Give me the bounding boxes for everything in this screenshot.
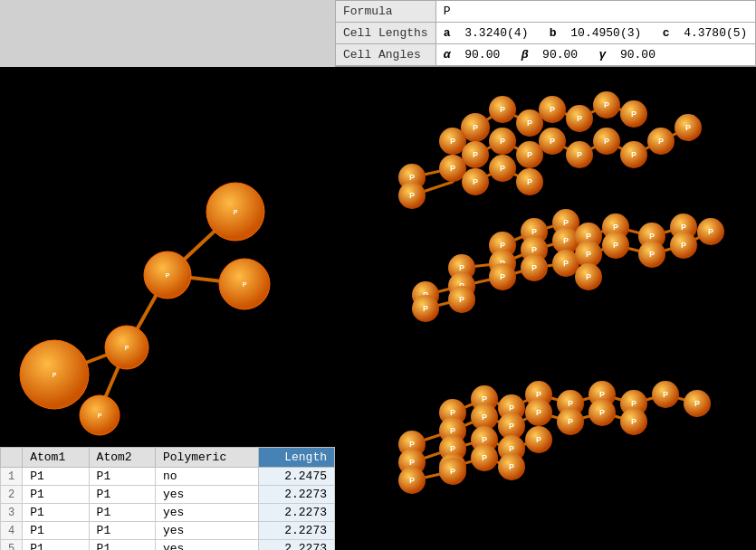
svg-text:P: P xyxy=(409,191,415,200)
svg-text:P: P xyxy=(604,137,609,146)
col-polymeric-header: Polymeric xyxy=(156,448,259,468)
svg-text:P: P xyxy=(409,458,415,467)
polymeric-cell: no xyxy=(156,468,259,486)
crystal-info-table: Formula P Cell Lengths a 3.3240(4) b 10.… xyxy=(335,0,756,66)
svg-text:P: P xyxy=(568,417,573,426)
atom2-cell: P1 xyxy=(89,522,155,540)
svg-text:P: P xyxy=(473,123,478,132)
svg-text:P: P xyxy=(531,245,537,254)
atom1-cell: P1 xyxy=(23,486,89,504)
svg-text:P: P xyxy=(527,177,532,186)
svg-text:P: P xyxy=(604,100,609,109)
svg-text:P: P xyxy=(500,137,505,146)
svg-text:P: P xyxy=(500,272,505,281)
svg-text:P: P xyxy=(509,462,514,471)
svg-text:P: P xyxy=(563,218,569,227)
svg-text:P: P xyxy=(423,304,428,313)
svg-text:P: P xyxy=(482,435,487,444)
svg-text:P: P xyxy=(234,209,238,215)
svg-text:P: P xyxy=(536,435,541,444)
svg-text:P: P xyxy=(631,109,636,119)
row-number: 3 xyxy=(1,504,23,522)
atom2-cell: P1 xyxy=(89,504,155,522)
length-cell: 2.2273 xyxy=(259,504,335,522)
svg-text:P: P xyxy=(450,444,455,453)
large-molecule-viewer[interactable]: P P P P P P P P P P P P P P P P P P P P … xyxy=(335,67,756,550)
row-number: 2 xyxy=(1,486,23,504)
svg-text:P: P xyxy=(531,227,537,236)
svg-text:P: P xyxy=(409,440,415,449)
svg-text:P: P xyxy=(577,114,582,123)
atom1-cell: P1 xyxy=(23,504,89,522)
polymeric-cell: yes xyxy=(156,504,259,522)
svg-text:P: P xyxy=(631,417,636,426)
svg-text:P: P xyxy=(125,345,129,351)
length-cell: 2.2273 xyxy=(259,522,335,540)
svg-text:P: P xyxy=(473,177,478,186)
svg-text:P: P xyxy=(527,150,532,159)
svg-text:P: P xyxy=(409,476,415,485)
svg-text:P: P xyxy=(586,250,591,259)
table-row: 4 P1 P1 yes 2.2273 xyxy=(1,522,335,540)
length-cell: 2.2273 xyxy=(259,486,335,504)
bond-table: Atom1 Atom2 Polymeric Length 1 P1 P1 no … xyxy=(0,447,335,550)
length-cell: 2.2475 xyxy=(259,468,335,486)
svg-text:P: P xyxy=(631,150,636,159)
atom2-cell: P1 xyxy=(89,486,155,504)
row-number: 1 xyxy=(1,468,23,486)
svg-text:P: P xyxy=(685,123,691,132)
small-molecule-viewer[interactable]: P P P P P P xyxy=(0,67,335,447)
svg-text:P: P xyxy=(450,408,455,417)
row-number: 5 xyxy=(1,540,23,551)
polymeric-cell: yes xyxy=(156,486,259,504)
svg-text:P: P xyxy=(599,408,605,417)
svg-text:P: P xyxy=(613,241,618,250)
svg-text:P: P xyxy=(500,241,505,250)
table-row: 3 P1 P1 yes 2.2273 xyxy=(1,504,335,522)
svg-text:P: P xyxy=(563,259,569,268)
svg-text:P: P xyxy=(649,232,655,241)
col-atom1-header: Atom1 xyxy=(23,448,89,468)
atom1-cell: P1 xyxy=(23,468,89,486)
svg-text:P: P xyxy=(536,408,541,417)
svg-text:P: P xyxy=(663,390,668,399)
svg-text:P: P xyxy=(550,137,555,146)
length-cell: 2.2273 xyxy=(259,540,335,551)
svg-text:P: P xyxy=(708,227,713,236)
svg-text:P: P xyxy=(53,372,57,378)
formula-value: P xyxy=(435,1,755,23)
cell-angles-value: α 90.00 β 90.00 γ 90.00 xyxy=(435,44,755,66)
svg-text:P: P xyxy=(550,105,555,114)
svg-text:P: P xyxy=(500,164,505,173)
svg-text:P: P xyxy=(450,164,455,173)
svg-text:P: P xyxy=(166,272,170,279)
svg-text:P: P xyxy=(631,399,636,408)
svg-text:P: P xyxy=(681,241,686,250)
svg-text:P: P xyxy=(509,444,514,453)
svg-text:P: P xyxy=(459,263,464,272)
atom1-cell: P1 xyxy=(23,540,89,551)
svg-text:P: P xyxy=(586,232,591,241)
formula-label: Formula xyxy=(336,1,436,23)
polymeric-cell: yes xyxy=(156,522,259,540)
svg-text:P: P xyxy=(613,223,618,232)
svg-text:P: P xyxy=(98,412,102,419)
svg-text:P: P xyxy=(536,390,541,399)
cell-lengths-value: a 3.3240(4) b 10.4950(3) c 4.3780(5) xyxy=(435,23,755,44)
col-num-header xyxy=(1,448,23,468)
svg-text:P: P xyxy=(482,412,487,422)
svg-text:P: P xyxy=(500,105,505,114)
svg-text:P: P xyxy=(243,281,247,288)
svg-text:P: P xyxy=(531,263,537,272)
cell-angles-label: Cell Angles xyxy=(336,44,436,66)
svg-text:P: P xyxy=(509,422,514,431)
cell-lengths-label: Cell Lengths xyxy=(336,23,436,44)
svg-text:P: P xyxy=(450,467,455,476)
svg-text:P: P xyxy=(450,426,455,435)
atom2-cell: P1 xyxy=(89,468,155,486)
table-row: 1 P1 P1 no 2.2475 xyxy=(1,468,335,486)
svg-text:P: P xyxy=(658,137,664,146)
svg-text:P: P xyxy=(473,150,478,159)
atom1-cell: P1 xyxy=(23,522,89,540)
col-atom2-header: Atom2 xyxy=(89,448,155,468)
